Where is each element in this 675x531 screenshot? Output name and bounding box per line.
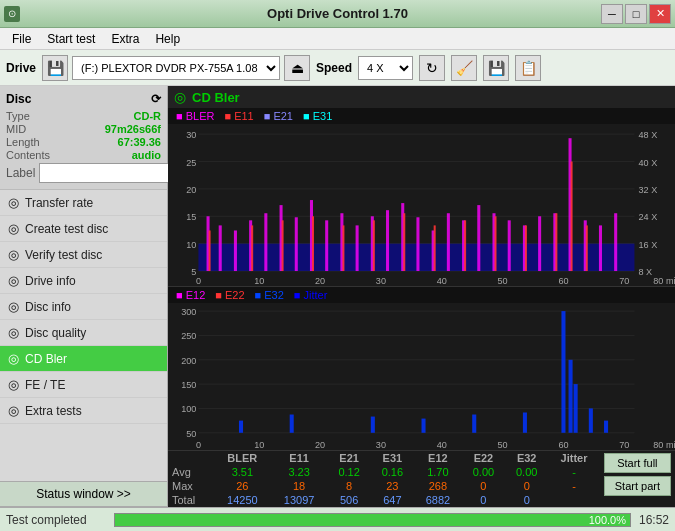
copy-button[interactable]: 📋 (515, 55, 541, 81)
drive-dropdown[interactable]: (F:) PLEXTOR DVDR PX-755A 1.08 (72, 56, 280, 80)
contents-value: audio (132, 149, 161, 161)
svg-text:10: 10 (254, 276, 264, 286)
extra-tests-icon: ◎ (8, 403, 19, 418)
svg-rect-59 (282, 220, 284, 271)
status-bar: Test completed 100.0% 16:52 (0, 507, 675, 531)
sidebar-item-drive-info[interactable]: ◎ Drive info (0, 268, 167, 294)
legend-bler: ■ BLER (176, 110, 214, 122)
sidebar-item-label-fe-te: FE / TE (25, 378, 65, 392)
sidebar-item-label-disc-info: Disc info (25, 300, 71, 314)
length-label: Length (6, 136, 40, 148)
avg-jitter: - (548, 465, 599, 479)
sidebar-item-cd-bler[interactable]: ◎ CD Bler (0, 346, 167, 372)
svg-rect-70 (586, 225, 588, 271)
action-buttons: Start full Start part (600, 451, 675, 507)
svg-rect-56 (614, 213, 617, 271)
total-jitter (548, 493, 599, 507)
svg-rect-60 (312, 216, 314, 271)
disc-panel-header: Disc ⟳ (6, 92, 161, 106)
sidebar-item-label-verify: Verify test disc (25, 248, 102, 262)
bottom-chart-svg: 300 250 200 150 100 50 0 10 20 30 40 50 … (168, 303, 675, 450)
svg-rect-33 (264, 213, 267, 271)
sidebar-bottom: Status window >> (0, 481, 167, 507)
save-button[interactable]: 💾 (483, 55, 509, 81)
sidebar-item-label-create: Create test disc (25, 222, 108, 236)
label-label: Label (6, 166, 35, 180)
chart-header: ◎ CD Bler (168, 86, 675, 108)
avg-label: Avg (168, 465, 214, 479)
sidebar-item-label-cd-bler: CD Bler (25, 352, 67, 366)
svg-rect-30 (219, 225, 222, 271)
max-e32: 0 (505, 479, 548, 493)
svg-text:8 X: 8 X (638, 267, 652, 277)
svg-rect-62 (373, 220, 375, 271)
sidebar-item-disc-info[interactable]: ◎ Disc info (0, 294, 167, 320)
avg-bler: 3.51 (214, 465, 271, 479)
minimize-button[interactable]: ─ (601, 4, 623, 24)
col-header-e12: E12 (414, 451, 462, 465)
sidebar-item-create-test-disc[interactable]: ◎ Create test disc (0, 216, 167, 242)
legend-e12: ■ E12 (176, 289, 205, 301)
svg-rect-101 (422, 419, 426, 433)
menu-file[interactable]: File (4, 30, 39, 48)
svg-text:50: 50 (498, 276, 508, 286)
eraser-button[interactable]: 🧹 (451, 55, 477, 81)
drive-icon: 💾 (42, 55, 68, 81)
start-part-button[interactable]: Start part (604, 476, 671, 496)
refresh-button[interactable]: ↻ (419, 55, 445, 81)
sidebar-item-fe-te[interactable]: ◎ FE / TE (0, 372, 167, 398)
sidebar-item-disc-quality[interactable]: ◎ Disc quality (0, 320, 167, 346)
svg-text:0: 0 (196, 440, 201, 450)
svg-rect-67 (525, 225, 527, 271)
svg-text:20: 20 (186, 185, 196, 195)
svg-text:250: 250 (181, 332, 196, 342)
speed-dropdown[interactable]: 4 X 1 X 2 X 8 X (358, 56, 413, 80)
svg-text:10: 10 (186, 240, 196, 250)
disc-panel: Disc ⟳ Type CD-R MID 97m26s66f Length 67… (0, 86, 167, 190)
mid-value: 97m26s66f (105, 123, 161, 135)
svg-text:16 X: 16 X (638, 240, 657, 250)
close-button[interactable]: ✕ (649, 4, 671, 24)
svg-text:50: 50 (498, 440, 508, 450)
svg-text:70: 70 (619, 440, 629, 450)
status-window-button[interactable]: Status window >> (0, 482, 167, 507)
sidebar-item-verify-test-disc[interactable]: ◎ Verify test disc (0, 242, 167, 268)
label-input[interactable] (39, 163, 179, 183)
sidebar-item-extra-tests[interactable]: ◎ Extra tests (0, 398, 167, 424)
legend-jitter: ■ Jitter (294, 289, 328, 301)
disc-quality-icon: ◎ (8, 325, 19, 340)
drive-selector: 💾 (F:) PLEXTOR DVDR PX-755A 1.08 ⏏ (42, 55, 310, 81)
svg-rect-49 (508, 220, 511, 271)
maximize-button[interactable]: □ (625, 4, 647, 24)
svg-rect-97 (604, 421, 608, 433)
menu-extra[interactable]: Extra (103, 30, 147, 48)
menu-start-test[interactable]: Start test (39, 30, 103, 48)
sidebar: Disc ⟳ Type CD-R MID 97m26s66f Length 67… (0, 86, 168, 507)
menu-help[interactable]: Help (147, 30, 188, 48)
total-label: Total (168, 493, 214, 507)
svg-rect-57 (209, 230, 211, 271)
svg-rect-94 (569, 360, 573, 433)
svg-rect-102 (472, 415, 476, 433)
time-display: 16:52 (639, 513, 669, 527)
mid-label: MID (6, 123, 26, 135)
disc-info-icon: ◎ (8, 299, 19, 314)
disc-contents-row: Contents audio (6, 149, 161, 161)
sidebar-item-label-extra-tests: Extra tests (25, 404, 82, 418)
legend-e21: ■ E21 (264, 110, 293, 122)
svg-rect-31 (234, 230, 237, 271)
eject-button[interactable]: ⏏ (284, 55, 310, 81)
svg-text:30: 30 (376, 440, 386, 450)
svg-rect-63 (403, 213, 405, 271)
status-text: Test completed (6, 513, 106, 527)
start-full-button[interactable]: Start full (604, 453, 671, 473)
disc-refresh-icon[interactable]: ⟳ (151, 92, 161, 106)
svg-rect-69 (571, 162, 573, 272)
svg-rect-68 (555, 213, 557, 271)
sidebar-item-transfer-rate[interactable]: ◎ Transfer rate (0, 190, 167, 216)
disc-type-row: Type CD-R (6, 110, 161, 122)
col-header-e11: E11 (271, 451, 328, 465)
avg-e21: 0.12 (327, 465, 370, 479)
svg-text:150: 150 (181, 380, 196, 390)
svg-text:24 X: 24 X (638, 212, 657, 222)
